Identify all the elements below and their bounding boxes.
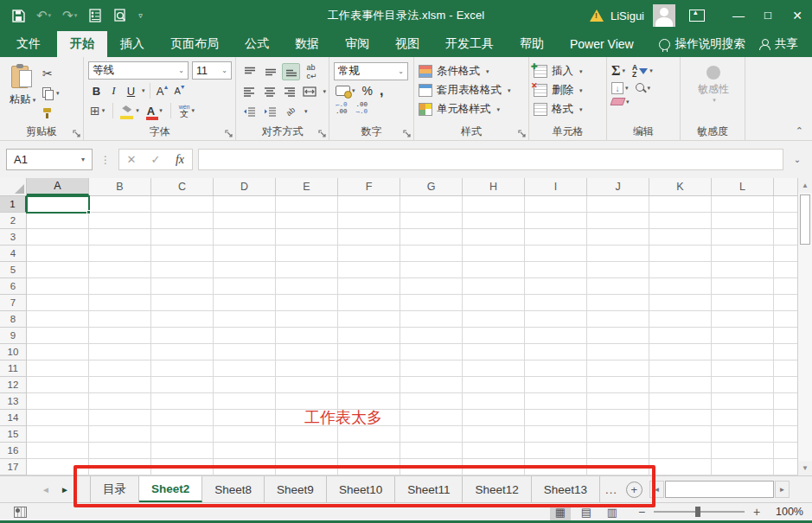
row-header-1[interactable]: 1 [0, 196, 27, 213]
vertical-scroll-thumb[interactable] [800, 195, 810, 245]
row-header-5[interactable]: 5 [0, 262, 26, 278]
row-header-4[interactable]: 4 [0, 246, 26, 262]
zoom-slider[interactable] [654, 511, 745, 513]
column-header-B[interactable]: B [89, 178, 151, 195]
copy-button[interactable]: ▾ [41, 85, 61, 101]
accounting-format-button[interactable]: ▾ [336, 86, 355, 96]
formula-bar-expand-button[interactable]: ⌄ [789, 155, 806, 164]
ribbon-display-options-icon[interactable] [689, 10, 705, 22]
close-button[interactable]: ✕ [783, 3, 812, 29]
align-center-button[interactable] [260, 83, 278, 100]
row-header-14[interactable]: 14 [0, 410, 26, 426]
column-header-G[interactable]: G [400, 178, 463, 195]
phonetic-button[interactable]: wén文 ▾ [177, 102, 196, 119]
sheet-nav-left-button[interactable]: ◄ [36, 476, 55, 502]
format-as-table-button[interactable]: 套用表格格式▾ [419, 83, 526, 98]
ribbon-tab-Power View[interactable]: Power View [557, 31, 647, 57]
sheet-tab-Sheet10[interactable]: Sheet10 [327, 476, 395, 502]
comma-style-button[interactable]: , [380, 83, 383, 99]
print-preview-icon[interactable] [113, 9, 127, 22]
font-color-button[interactable]: A▾ [145, 102, 164, 119]
sort-filter-button[interactable]: AZ▾ [632, 64, 653, 79]
font-dialog-launcher[interactable] [225, 130, 233, 138]
fill-button[interactable]: ↓▾ [611, 82, 629, 94]
number-format-combo[interactable]: 常规⌄ [334, 62, 408, 80]
row-header-3[interactable]: 3 [0, 229, 26, 246]
horizontal-scrollbar[interactable]: ◄ ► [649, 481, 790, 498]
maximize-button[interactable]: ☐ [753, 3, 783, 29]
page-layout-view-button[interactable]: ▤ [576, 504, 597, 520]
orientation-button[interactable]: ab [282, 103, 300, 120]
horizontal-scroll-thumb[interactable] [665, 481, 774, 498]
wrap-text-button[interactable]: abc↵ [303, 63, 321, 80]
ribbon-tab-数据[interactable]: 数据 [282, 31, 332, 57]
number-dialog-launcher[interactable] [403, 130, 412, 138]
zoom-in-button[interactable]: + [751, 505, 762, 519]
fill-handle[interactable] [86, 210, 91, 214]
ribbon-tab-帮助[interactable]: 帮助 [507, 31, 557, 57]
zoom-out-button[interactable]: − [636, 505, 647, 519]
row-header-9[interactable]: 9 [0, 328, 26, 344]
column-header-K[interactable]: K [649, 178, 712, 195]
enter-button[interactable]: ✓ [144, 150, 168, 169]
customize-qat-icon[interactable]: ▿ [138, 11, 143, 20]
alignment-dialog-launcher[interactable] [318, 130, 327, 138]
scroll-up-button[interactable]: ▲ [798, 178, 812, 193]
macro-record-icon[interactable] [14, 507, 27, 518]
minimize-button[interactable]: — [724, 3, 753, 29]
sheet-tab-Sheet9[interactable]: Sheet9 [265, 476, 327, 502]
ribbon-tab-视图[interactable]: 视图 [382, 31, 432, 57]
decrease-decimal-button[interactable]: .00→.0 [356, 101, 368, 116]
ribbon-tab-开发工具[interactable]: 开发工具 [432, 31, 507, 57]
row-header-11[interactable]: 11 [0, 360, 26, 377]
sheet-nav-right-button[interactable]: ► [55, 476, 74, 502]
insert-function-button[interactable]: fx [168, 150, 192, 169]
increase-font-button[interactable]: A▲ [155, 82, 171, 99]
underline-button[interactable]: U [123, 82, 139, 99]
sheet-tab-Sheet2[interactable]: Sheet2 [139, 476, 202, 502]
row-header-8[interactable]: 8 [0, 311, 26, 328]
ribbon-tab-文件[interactable]: 文件 [0, 31, 57, 57]
ribbon-tab-审阅[interactable]: 审阅 [332, 31, 382, 57]
align-bottom-button[interactable] [282, 63, 300, 80]
conditional-formatting-button[interactable]: 条件格式▾ [419, 64, 526, 79]
collapse-ribbon-button[interactable]: ⌃ [796, 125, 803, 137]
merge-center-button[interactable] [301, 83, 318, 100]
column-header-F[interactable]: F [338, 178, 400, 195]
find-select-button[interactable]: ▾ [636, 83, 651, 93]
increase-indent-button[interactable] [261, 103, 279, 120]
clipboard-dialog-launcher[interactable] [73, 130, 81, 138]
scroll-down-button[interactable]: ▼ [798, 461, 812, 475]
align-middle-button[interactable] [261, 63, 279, 80]
bold-button[interactable]: B [88, 82, 105, 99]
page-break-view-button[interactable]: ▥ [602, 504, 623, 520]
paste-button[interactable]: 粘贴▾ [4, 61, 41, 125]
formula-bar-handle[interactable]: ⋮ [98, 154, 113, 166]
row-header-13[interactable]: 13 [0, 393, 26, 410]
autosum-button[interactable]: Σ▾ [611, 63, 625, 79]
borders-button[interactable]: ⊞▾ [88, 102, 106, 119]
clear-button[interactable]: ▾ [611, 98, 630, 105]
format-cells-button[interactable]: 格式▾ [534, 102, 604, 117]
column-header-I[interactable]: I [525, 178, 587, 195]
name-box[interactable]: A1 ▾ [6, 149, 93, 170]
delete-cells-button[interactable]: ✕删除▾ [534, 83, 604, 98]
italic-button[interactable]: I [105, 82, 122, 99]
font-size-combo[interactable]: 11⌄ [192, 61, 232, 80]
tell-me-search[interactable]: 操作说明搜索 [659, 31, 745, 57]
column-header-C[interactable]: C [151, 178, 214, 195]
percent-style-button[interactable]: % [362, 84, 373, 98]
row-header-10[interactable]: 10 [0, 344, 26, 360]
ribbon-tab-插入[interactable]: 插入 [107, 31, 157, 57]
normal-view-button[interactable]: ▦ [550, 504, 571, 520]
select-all-corner[interactable] [0, 178, 27, 196]
decrease-indent-button[interactable] [240, 103, 259, 120]
share-button[interactable]: 共享 [745, 31, 812, 57]
merge-center-dropdown[interactable]: ▾ [323, 88, 327, 95]
styles-dialog-launcher[interactable] [518, 130, 527, 138]
fill-color-button[interactable]: ▾ [119, 102, 141, 119]
sheet-tab-Sheet13[interactable]: Sheet13 [532, 476, 600, 502]
column-header-J[interactable]: J [587, 178, 649, 195]
row-header-6[interactable]: 6 [0, 278, 26, 295]
form-icon[interactable] [88, 9, 102, 22]
